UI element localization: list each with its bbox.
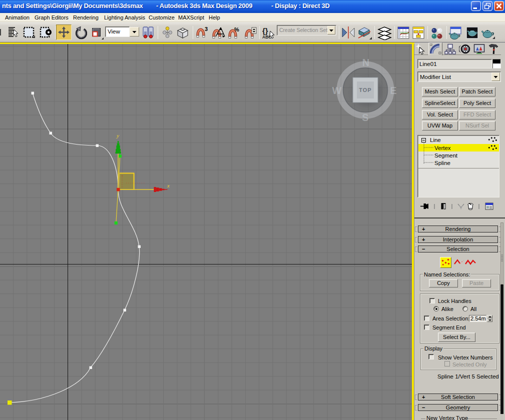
svg-text:E: E	[390, 85, 396, 96]
svg-text:3: 3	[205, 26, 208, 32]
svg-text:{}: {}	[262, 26, 268, 35]
svg-text:%: %	[234, 26, 239, 32]
svg-text:y: y	[116, 132, 119, 138]
svg-text:x: x	[167, 182, 170, 188]
svg-text:W: W	[332, 85, 342, 96]
svg-text:N: N	[362, 57, 369, 68]
svg-text:S: S	[362, 112, 368, 123]
svg-text:TOP: TOP	[359, 87, 371, 93]
